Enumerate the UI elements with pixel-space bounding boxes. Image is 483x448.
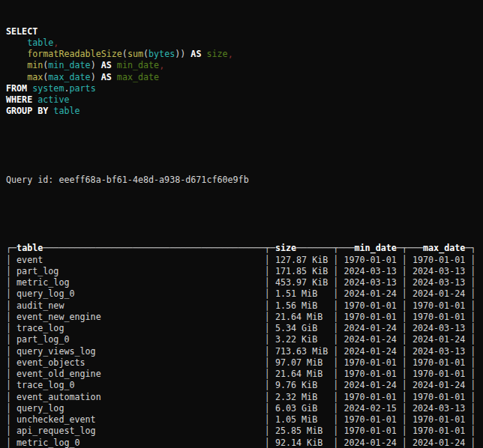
query-line: SELECT [6, 26, 483, 37]
query-line: max(max_date) AS max_date [6, 72, 483, 83]
table-row: │ metric_log_0 │ 92.14 KiB │ 2024-01-24 … [6, 438, 483, 448]
query-line: WHERE active [6, 94, 483, 106]
table-row: │ part_log │ 171.85 KiB │ 2024-03-13 │ 2… [6, 266, 483, 277]
table-row: │ event_automation │ 2.32 MiB │ 1970-01-… [6, 392, 483, 403]
table-row: │ event_old_engine │ 21.64 MiB │ 1970-01… [6, 369, 483, 380]
query-id-line: Query id: eeeff68a-bf61-4e8d-a938-d671cf… [6, 175, 483, 186]
query-line: GROUP BY table [6, 106, 483, 117]
query-line: formatReadableSize(sum(bytes)) AS size, [6, 49, 483, 60]
table-row: │ query_log │ 6.03 GiB │ 2024-02-15 │ 20… [6, 403, 483, 414]
terminal-window: SELECT table, formatReadableSize(sum(byt… [0, 0, 483, 448]
table-row: │ event_new_engine │ 21.64 MiB │ 1970-01… [6, 312, 483, 323]
table-row: │ part_log_0 │ 3.22 KiB │ 2024-01-24 │ 2… [6, 334, 483, 345]
table-row: │ unchecked_event │ 1.05 MiB │ 1970-01-0… [6, 414, 483, 426]
query-line: min(min_date) AS min_date, [6, 60, 483, 71]
query-line: FROM system.parts [6, 83, 483, 94]
query-id-label: Query id: [6, 175, 58, 185]
table-header-row: ┌─table─────────────────────────────────… [6, 243, 483, 254]
sql-query: SELECT table, formatReadableSize(sum(byt… [6, 26, 483, 118]
query-id-value: eeeff68a-bf61-4e8d-a938-d671cf60e9fb [58, 175, 248, 185]
table-row: │ event │ 127.87 KiB │ 1970-01-01 │ 1970… [6, 255, 483, 266]
table-row: │ audit_new │ 1.56 MiB │ 1970-01-01 │ 19… [6, 300, 483, 312]
table-row: │ query_views_log │ 713.63 MiB │ 2024-01… [6, 346, 483, 357]
table-row: │ query_log_0 │ 1.51 MiB │ 2024-01-24 │ … [6, 288, 483, 300]
result-table: ┌─table─────────────────────────────────… [6, 243, 483, 448]
table-row: │ api_request_log │ 25.85 MiB │ 1970-01-… [6, 426, 483, 437]
table-row: │ trace_log │ 5.34 GiB │ 2024-01-24 │ 20… [6, 323, 483, 334]
table-row: │ trace_log_0 │ 9.76 KiB │ 2024-01-24 │ … [6, 380, 483, 391]
table-row: │ event_objects │ 97.07 MiB │ 1970-01-01… [6, 357, 483, 369]
blank-line-2 [6, 209, 483, 220]
table-row: │ metric_log │ 453.97 KiB │ 2024-03-13 │… [6, 277, 483, 288]
blank-line-1 [6, 140, 483, 151]
query-line: table, [6, 37, 483, 49]
